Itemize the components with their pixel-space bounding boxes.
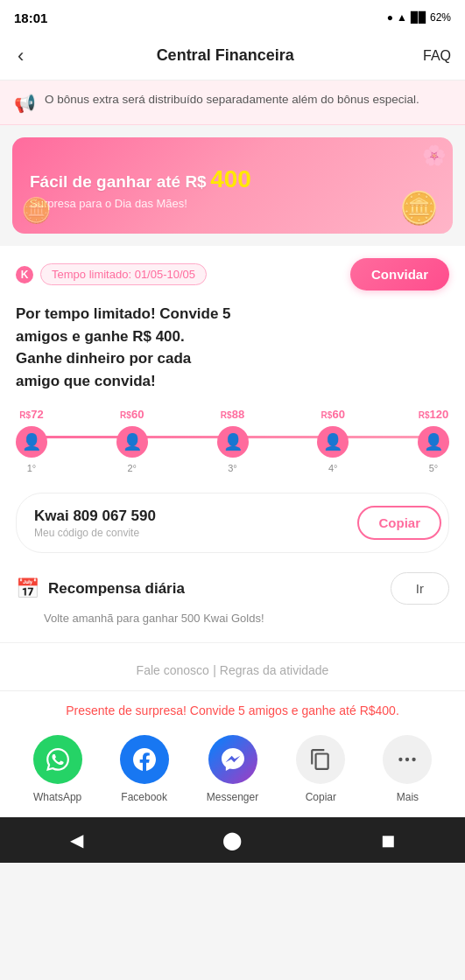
- step-amount-5: R$120: [419, 408, 449, 421]
- messenger-label: Messenger: [207, 791, 258, 803]
- nav-home-button[interactable]: ⬤: [205, 826, 259, 854]
- step-icon-5: 👤: [418, 426, 449, 458]
- share-item-messenger[interactable]: Messenger: [207, 735, 258, 803]
- share-item-facebook[interactable]: Facebook: [120, 735, 169, 803]
- notice-bar: 📢 O bônus extra será distribuído separad…: [0, 80, 465, 125]
- ir-button[interactable]: Ir: [391, 572, 449, 605]
- step-item-3: R$88 👤 3°: [217, 408, 249, 473]
- svg-point-1: [405, 758, 409, 761]
- nav-recent-button[interactable]: ◼: [363, 826, 413, 854]
- speaker-icon: 📢: [14, 93, 36, 114]
- daily-reward-left: 📅 Recompensa diária: [16, 578, 185, 600]
- invite-button[interactable]: Convidar: [350, 258, 449, 290]
- notice-text: O bônus extra será distribuído separadam…: [45, 91, 419, 108]
- invite-code-left: Kwai 809 067 590 Meu código de convite: [34, 508, 156, 539]
- step-icon-2: 👤: [116, 426, 148, 458]
- faq-button[interactable]: FAQ: [423, 48, 451, 64]
- whatsapp-label: WhatsApp: [33, 791, 81, 803]
- promo-title-prefix: Fácil de ganhar até R$: [30, 172, 207, 191]
- status-bar: 18:01 ● ▲ ▉▉ 62%: [0, 0, 465, 32]
- invite-code-value: Kwai 809 067 590: [34, 508, 156, 525]
- svg-point-0: [399, 758, 403, 761]
- copy-share-label: Copiar: [306, 791, 336, 803]
- promo-banner-title-row: Fácil de ganhar até R$ 400: [30, 165, 435, 193]
- step-item-2: R$60 👤 2°: [116, 408, 148, 473]
- nav-back-button[interactable]: ◀: [53, 826, 101, 854]
- step-icon-4: 👤: [317, 426, 349, 458]
- step-icon-1: 👤: [16, 426, 47, 458]
- facebook-label: Facebook: [121, 791, 167, 803]
- content-card: K Tempo limitado: 01/05-10/05 Convidar P…: [0, 246, 465, 642]
- step-label-3: 3°: [228, 463, 237, 473]
- footer-separator: |: [213, 663, 220, 677]
- flower-decoration: 🌸: [422, 144, 446, 167]
- steps-row: R$72 👤 1° R$60 👤 2° R$88 👤 3° R$60 👤 4° …: [16, 408, 449, 473]
- whatsapp-icon: [33, 735, 82, 784]
- contact-link[interactable]: Fale conosco: [137, 663, 209, 677]
- share-icons-row: WhatsApp Facebook Messenger: [0, 726, 465, 817]
- time-limit-left: K Tempo limitado: 01/05-10/05: [16, 263, 207, 285]
- share-item-copy[interactable]: Copiar: [296, 735, 345, 803]
- daily-reward-title: Recompensa diária: [48, 580, 185, 598]
- step-label-4: 4°: [328, 463, 338, 473]
- wifi-icon: ▲: [397, 11, 407, 24]
- share-promo-text: Presente de surpresa! Convide 5 amigos e…: [0, 691, 465, 726]
- more-icon: [383, 735, 432, 784]
- step-amount-1: R$72: [19, 408, 43, 421]
- rules-link[interactable]: Regras da atividade: [220, 663, 329, 677]
- promo-main-text: Por tempo limitado! Convide 5 amigos e g…: [16, 303, 449, 392]
- promo-banner-subtitle: Surpresa para o Dia das Mães!: [30, 197, 435, 210]
- step-amount-4: R$60: [321, 408, 345, 421]
- step-icon-3: 👤: [217, 426, 249, 458]
- promo-title-amount: 400: [210, 165, 251, 192]
- share-sheet: Presente de surpresa! Convide 5 amigos e…: [0, 690, 465, 817]
- step-amount-3: R$88: [221, 408, 244, 421]
- step-amount-2: R$60: [120, 408, 144, 421]
- k-badge: K: [16, 266, 33, 284]
- coin-decoration-left: 🪙: [21, 196, 52, 225]
- copy-button[interactable]: Copiar: [357, 506, 441, 540]
- step-label-5: 5°: [429, 463, 439, 473]
- status-time: 18:01: [14, 10, 47, 25]
- more-label: Mais: [397, 791, 419, 803]
- invite-code-box: Kwai 809 067 590 Meu código de convite C…: [16, 493, 449, 553]
- invite-code-label: Meu código de convite: [34, 527, 156, 539]
- step-item-4: R$60 👤 4°: [317, 408, 349, 473]
- step-item-5: R$120 👤 5°: [418, 408, 449, 473]
- step-label-1: 1°: [27, 463, 37, 473]
- status-icons: ● ▲ ▉▉ 62%: [387, 11, 451, 24]
- daily-reward: 📅 Recompensa diária Ir: [16, 572, 449, 605]
- nav-bar: ◀ ⬤ ◼: [0, 817, 465, 863]
- time-limit-row: K Tempo limitado: 01/05-10/05 Convidar: [16, 258, 449, 290]
- calendar-icon: 📅: [16, 578, 39, 600]
- facebook-icon: [120, 735, 169, 784]
- back-button[interactable]: ‹: [14, 41, 27, 71]
- promo-banner: Fácil de ganhar até R$ 400 Surpresa para…: [12, 137, 453, 234]
- daily-reward-subtitle: Volte amanhã para ganhar 500 Kwai Golds!: [44, 612, 449, 625]
- battery-icon: 62%: [430, 11, 451, 24]
- signal-icon: ●: [387, 11, 393, 24]
- step-item-1: R$72 👤 1°: [16, 408, 47, 473]
- header: ‹ Central Financeira FAQ: [0, 32, 465, 80]
- time-badge: Tempo limitado: 01/05-10/05: [40, 263, 207, 285]
- page-title: Central Financeira: [157, 46, 294, 65]
- svg-point-2: [412, 758, 416, 761]
- copy-share-icon: [296, 735, 345, 784]
- coin-decoration-right: 🪙: [399, 190, 439, 227]
- signal-bars-icon: ▉▉: [411, 11, 426, 24]
- step-label-2: 2°: [127, 463, 137, 473]
- share-item-whatsapp[interactable]: WhatsApp: [33, 735, 82, 803]
- footer-links: Fale conosco | Regras da atividade: [0, 642, 465, 690]
- share-item-more[interactable]: Mais: [383, 735, 432, 803]
- messenger-icon: [208, 735, 257, 784]
